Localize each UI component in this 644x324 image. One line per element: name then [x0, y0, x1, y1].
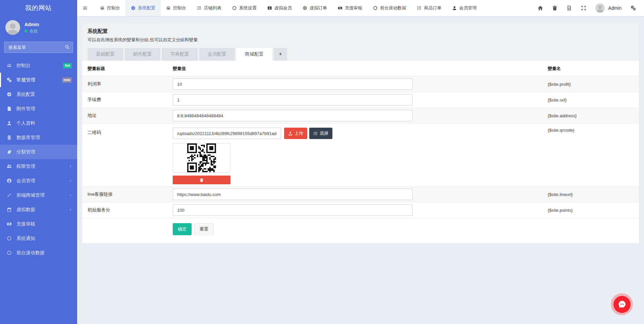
nav-tab-label: 虚拟订单 [310, 5, 327, 11]
form-row-lineurl: line客服链接{$site.lineurl} [82, 187, 639, 202]
config-tabs: 基础配置邮件配置字典配置会员配置商城配置+ [88, 48, 634, 61]
sidebar-item-前台滚动数据[interactable]: 前台滚动数据 [0, 246, 77, 260]
gauge-icon [100, 6, 105, 10]
sidebar-item-label: 会员管理 [16, 178, 35, 184]
sidebar-item-label: 常规管理 [16, 77, 35, 83]
address-input[interactable] [173, 110, 413, 121]
fullscreen-button[interactable] [581, 5, 586, 11]
field-value-cell [167, 92, 542, 108]
user-menu[interactable]: Admin [595, 3, 622, 13]
reset-button[interactable]: 重置 [194, 223, 214, 235]
form-row-points: 初始服务分{$site.points} [82, 202, 639, 218]
sidebar-item-label: 系统通知 [16, 236, 35, 242]
nav-tab-充值审核[interactable]: 充值审核 [332, 0, 368, 16]
online-label: 在线 [30, 28, 38, 34]
points-input[interactable] [173, 204, 413, 216]
chat-widget-button[interactable] [611, 293, 633, 315]
nav-tab-label: 充值审核 [345, 5, 362, 11]
sidebar-item-分類管理[interactable]: 分類管理 [0, 145, 77, 159]
leaf-icon [6, 149, 12, 154]
add-tab-button[interactable]: + [274, 48, 287, 61]
form-row-address: 地址{$site.address} [82, 108, 639, 124]
document-refresh-button[interactable] [567, 5, 572, 11]
nav-tab-会员管理[interactable]: 会员管理 [447, 0, 482, 16]
user-panel: Admin 在线 [0, 16, 77, 40]
topnav-tabs: 控制台系统配置控制台店铺列表系统设置虚拟会员虚拟订单充值审核前台滚动数据商品订单… [95, 0, 482, 16]
gauge-icon [6, 63, 12, 68]
chevron-left-icon [69, 165, 72, 168]
profit-input[interactable] [173, 78, 413, 90]
nav-tab-label: 控制台 [107, 5, 120, 11]
nav-tab-商品订单[interactable]: 商品订单 [412, 0, 447, 16]
nav-tab-系统设置[interactable]: 系统设置 [227, 0, 262, 16]
sidebar-toggle-button[interactable] [77, 0, 93, 16]
sidebar-item-控制台[interactable]: 控制台hot [0, 58, 77, 73]
form-actions: 确定 重置 [82, 218, 639, 239]
sidebar-item-权限管理[interactable]: 权限管理 [0, 159, 77, 174]
sidebar-item-附件管理[interactable]: 附件管理 [0, 102, 77, 116]
gauge-icon [166, 6, 171, 10]
field-value-cell [167, 76, 542, 92]
user-name: Admin [24, 21, 39, 28]
dot-circle-icon [303, 6, 307, 10]
gear-icon [6, 92, 12, 97]
nav-tab-虚拟订单[interactable]: 虚拟订单 [297, 0, 332, 16]
config-tab-字典配置[interactable]: 字典配置 [162, 48, 198, 61]
sidebar-menu: 控制台hot常规管理new系统配置附件管理个人資料数据库管理分類管理权限管理会员… [0, 58, 77, 324]
nav-tab-控制台[interactable]: 控制台 [161, 0, 192, 16]
sidebar-item-个人資料[interactable]: 个人資料 [0, 116, 77, 130]
form-row-qrcode: 二维码上传选择{$site.qrcode} [82, 124, 639, 187]
topbar-right: Admin [538, 3, 644, 13]
submit-button[interactable]: 确定 [173, 223, 192, 235]
nav-tab-控制台[interactable]: 控制台 [95, 0, 125, 16]
upload-button[interactable]: 上传 [284, 128, 307, 139]
field-value-cell [167, 202, 542, 218]
sxf-input[interactable] [173, 94, 413, 106]
file-image-icon [6, 106, 12, 111]
money-icon [6, 221, 12, 226]
circle-icon [232, 6, 237, 10]
nav-tab-店铺列表[interactable]: 店铺列表 [192, 0, 227, 16]
column-header: 變量标题 [82, 61, 167, 76]
field-label: 二维码 [82, 124, 167, 187]
sidebar-item-系统通知[interactable]: 系统通知 [0, 231, 77, 246]
delete-qrcode-button[interactable] [173, 176, 230, 184]
circle-icon [373, 6, 378, 10]
nav-tab-虚拟会员[interactable]: 虚拟会员 [262, 0, 297, 16]
sidebar-item-前端商城管理[interactable]: 前端商城管理 [0, 188, 77, 202]
nav-tab-label: 控制台 [173, 5, 186, 11]
menu-search-input[interactable] [4, 42, 73, 53]
money-icon [338, 6, 342, 10]
app-window: 我的网站 Admin 在线 控制台hot常规管理new系统配置附件管理个人資料数… [0, 0, 644, 324]
trash-icon [200, 178, 204, 182]
sidebar-item-数据库管理[interactable]: 数据库管理 [0, 130, 77, 145]
field-label: 手续费 [82, 92, 167, 108]
variable-name: {$site.qrcode} [542, 124, 639, 187]
sidebar-item-label: 分類管理 [16, 149, 35, 155]
sidebar-item-常规管理[interactable]: 常规管理new [0, 73, 77, 87]
nav-tab-系统配置[interactable]: 系统配置 [125, 0, 161, 16]
topbar-user-name: Admin [608, 5, 622, 11]
trash-button[interactable] [552, 5, 557, 11]
qrcode-image[interactable] [173, 143, 230, 173]
qrcode-input[interactable] [173, 128, 281, 139]
lineurl-input[interactable] [173, 189, 413, 200]
home-button[interactable] [538, 5, 543, 11]
config-tab-邮件配置[interactable]: 邮件配置 [125, 48, 160, 61]
list-icon [197, 6, 202, 10]
user-icon [6, 121, 12, 126]
nav-tab-前台滚动数据[interactable]: 前台滚动数据 [368, 0, 412, 16]
chevron-left-icon [69, 208, 72, 211]
choose-button[interactable]: 选择 [309, 128, 332, 139]
sidebar-item-虚拟数据[interactable]: 虚拟数据 [0, 202, 77, 217]
sidebar-item-系统配置[interactable]: 系统配置 [0, 87, 77, 102]
config-tab-会员配置[interactable]: 会员配置 [199, 48, 235, 61]
list-icon [313, 131, 318, 136]
field-label: 初始服务分 [82, 202, 167, 218]
settings-button[interactable] [631, 5, 636, 11]
config-tab-基础配置[interactable]: 基础配置 [88, 48, 123, 61]
sidebar-item-会员管理[interactable]: 会员管理 [0, 174, 77, 188]
nav-tab-label: 会员管理 [459, 5, 477, 11]
config-tab-商城配置[interactable]: 商城配置 [236, 48, 272, 61]
sidebar-item-充值审核[interactable]: 充值审核 [0, 217, 77, 231]
